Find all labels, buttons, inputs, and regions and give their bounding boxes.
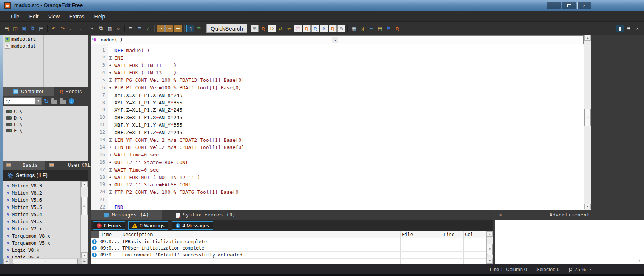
scroll-up-icon[interactable]: ▲ [487,231,493,237]
robot-doc-blue-icon[interactable]: Ʀ [311,25,319,32]
new-file-icon[interactable]: ▤ [3,25,11,32]
maximize-button[interactable] [562,2,576,9]
cut-icon[interactable]: ✂ [88,25,96,32]
line-numbers-icon[interactable]: ≣ [195,25,203,32]
column-header-line[interactable]: Line [442,231,463,238]
scroll-down-icon[interactable]: ▼ [81,252,88,258]
find-icon[interactable]: ○ [114,25,122,32]
code-line[interactable]: 4+WAIT FOR ( IN 13 '' ) [91,69,584,77]
chevron-down-icon[interactable]: ▾ [332,37,338,43]
scrollbar-thumb[interactable]: ≡ [487,244,493,255]
fold-toggle[interactable]: + [109,161,112,164]
paste-icon[interactable]: ▥ [106,25,114,32]
fold-toggle[interactable]: + [109,183,112,186]
save-icon[interactable]: ▣ [20,25,28,32]
copy-folder-icon[interactable] [60,100,66,104]
file-item[interactable]: ✎maduo.dat [3,43,88,49]
code-line[interactable]: 18+WAIT FOR NOT ( NOT IN 12 '' ) [91,174,584,181]
copy-icon[interactable]: ⧉ [97,25,105,32]
edit-doc-icon[interactable]: ✎ [337,25,345,32]
ilf-item[interactable]: vTorquemon V8.x [3,232,88,239]
zoom-level[interactable]: 75 % [575,267,586,272]
menu-extras[interactable]: Extras [65,12,89,21]
ilf-item[interactable]: vMotion V5.4 [3,211,88,218]
close-toolbar-icon[interactable]: × [633,25,641,32]
ilf-item[interactable]: vMotion V2.x [3,225,88,232]
fold-toggle[interactable]: + [109,168,112,172]
code-line[interactable]: 12XBF.Z=XL1_P1.Z+AN_Z*245 [91,129,584,136]
scroll-down-icon[interactable]: ▼ [638,259,641,262]
errors-filter-button[interactable]: × 0 Errors [93,221,125,230]
fold-all-icon[interactable]: All [165,25,173,32]
scroll-down-icon[interactable]: ▼ [487,258,493,264]
menu-file[interactable]: File [6,12,25,21]
save-all-icon[interactable]: ⧉ [29,25,37,32]
warnings-filter-button[interactable]: ! 0 Warnings [128,221,168,230]
fold-1x-icon[interactable]: 1x [157,25,165,32]
column-header-description[interactable]: Description [121,231,400,238]
scroll-down-icon[interactable]: ▼ [584,204,591,209]
single-pane-icon[interactable]: ▮ [616,25,624,32]
message-row[interactable]: i09:0...TPUser initialization complete [91,245,486,252]
certificate-icon[interactable]: § [359,25,367,32]
function-selector[interactable]: ≡ ◆ maduo( ) ▾ [91,35,584,44]
fold-toggle[interactable]: + [109,86,112,89]
dual-pane-icon[interactable]: ▮▮ [625,25,633,32]
syntax-check-icon[interactable]: ✓ [144,25,152,32]
ilf-hscrollbar[interactable]: ◀ ≡ ▶ [3,258,88,264]
chevron-down-icon[interactable]: ▾ [35,98,41,104]
drive-item[interactable]: C:\ [3,108,88,115]
ilf-item[interactable]: vLogic V8.x [3,247,88,254]
sync-forms-icon[interactable]: ⇄ [277,25,285,32]
fold-toggle[interactable]: + [109,146,112,149]
code-area[interactable]: 1DEF maduo( )2+INI3+WAIT FOR ( IN 11 '' … [91,44,584,210]
calculator-icon[interactable]: ▦ [350,25,358,32]
undo-icon[interactable]: ↶ [50,25,58,32]
chevron-down-icon[interactable]: ▾ [590,268,591,271]
struct-doc-icon[interactable]: S [320,25,328,32]
messages-filter-button[interactable]: i 4 Messages [172,221,213,230]
code-line[interactable]: 1DEF maduo( ) [91,47,584,54]
drive-item[interactable]: E:\ [3,121,88,127]
ptp-form-icon[interactable]: ⊞ [251,25,259,32]
close-button[interactable]: × [577,2,591,9]
ilf-item[interactable]: vMotion V8.2 [3,189,88,196]
menu-view[interactable]: View [43,12,65,21]
new-folder-icon[interactable] [51,100,57,104]
column-header-col[interactable]: Col [463,231,481,238]
print-icon[interactable]: ▤ [37,25,45,32]
split-editor-icon[interactable]: ▯ [186,25,194,32]
code-line[interactable]: 16+OUT 12 '' State=TRUE CONT [91,159,584,166]
code-line[interactable]: 2+INI [91,54,584,62]
code-line[interactable]: 9XYF.Z=XL1_P1.Z+AN_Z*245 [91,106,584,114]
tab-user-label[interactable]: User [68,161,80,170]
ilf-item[interactable]: vMotion V5.5 [3,204,88,211]
outdent-icon[interactable]: ≣ [136,25,143,32]
tab-syntax-errors[interactable]: Syntax errors (0) [162,210,249,220]
ilf-item[interactable]: vMotion V5.6 [3,196,88,204]
fold-toggle[interactable]: + [109,78,112,82]
code-line[interactable]: 15+WAIT Time=0 sec [91,151,584,159]
table-scrollbar[interactable]: ▲ ≡ ▼ [486,231,493,264]
scrollbar-thumb[interactable]: ≡ [13,259,78,264]
scroll-left-icon[interactable]: ◀ [3,259,9,264]
code-line[interactable]: 22END [91,204,584,210]
drive-item[interactable]: D:\ [3,115,88,121]
import-forms-icon[interactable]: ⇚ [285,25,293,32]
ilf-item[interactable]: vLogic V5.x [3,254,88,258]
code-line[interactable]: 6+PTP P1 CONT Vel=100 % PDAT1 Tool[1] Ba… [91,84,584,92]
quicksearch-box[interactable]: QuickSearch [206,24,247,33]
open-file-icon[interactable]: ◱ [11,25,19,32]
fold-toggle[interactable]: + [109,138,112,142]
scroll-up-icon[interactable]: ▲ [81,181,88,187]
scroll-up-icon[interactable]: ▲ [584,35,591,41]
menu-help[interactable]: Help [89,12,110,21]
tab-computer[interactable]: Computer [3,87,54,96]
robot-jog-icon[interactable]: Ʀ [259,25,267,32]
code-line[interactable]: 13+LIN YF CONT Vel=2 m/s CPDAT2 Tool[1] … [91,136,584,144]
navigate-back-icon[interactable]: ← [67,25,75,32]
fold-toggle[interactable]: + [109,176,112,179]
drive-item[interactable]: F:\ [3,127,88,134]
column-header-file[interactable]: File [400,231,442,238]
code-line[interactable]: 8XYF.Y=XL1_P1.Y+AN_Y*355 [91,99,584,107]
